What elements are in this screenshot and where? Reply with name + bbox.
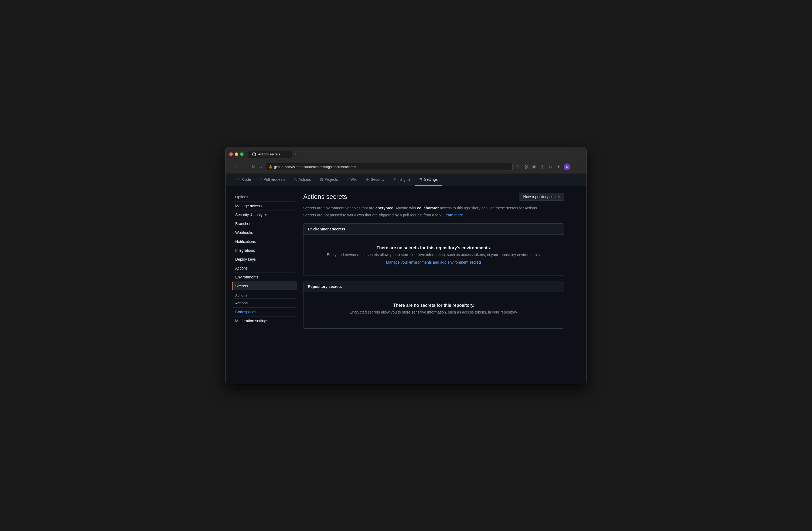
nav-label-insights: Insights bbox=[397, 177, 410, 182]
lock-icon: 🔒 bbox=[269, 165, 273, 169]
nav-item-code[interactable]: <> Code bbox=[232, 173, 256, 186]
browser-toolbar: ← → ↻ ⌂ 🔒 github.com/zxnnet/sduhealth/se… bbox=[229, 161, 583, 173]
screenshot-icon[interactable]: ▣ bbox=[532, 163, 537, 170]
environment-secrets-section: Environment secrets There are no secrets… bbox=[303, 224, 564, 275]
repository-secrets-section: Repository secrets There are no secrets … bbox=[303, 281, 564, 329]
repository-empty-title: There are no secrets for this repository… bbox=[309, 303, 559, 308]
repo-nav: <> Code ⑂ Pull requests ◎ Actions ▦ Proj… bbox=[226, 173, 586, 186]
description-line2: Secrets are not passed to workflows that… bbox=[303, 212, 564, 218]
minimize-window-button[interactable] bbox=[235, 153, 238, 156]
nav-label-code: Code bbox=[242, 177, 251, 182]
code-icon: <> bbox=[236, 177, 241, 181]
tab-close-button[interactable]: × bbox=[286, 153, 288, 156]
nav-item-security[interactable]: ⊙ Security bbox=[362, 173, 389, 186]
sidebar-item-integrations[interactable]: Integrations bbox=[232, 246, 297, 255]
nav-label-settings: Settings bbox=[424, 177, 438, 182]
new-tab-button[interactable]: + bbox=[293, 151, 299, 158]
actions-nav-icon: ◎ bbox=[294, 177, 297, 181]
nav-label-pull-requests: Pull requests bbox=[264, 177, 286, 182]
sidebar-item-branches[interactable]: Branches bbox=[232, 219, 297, 228]
sidebar-item-moderation-settings[interactable]: Moderation settings bbox=[232, 316, 297, 325]
collaborator-bold: collaborator bbox=[417, 206, 439, 210]
nav-item-settings[interactable]: ⚙ Settings bbox=[415, 173, 442, 186]
sidebar-item-webhooks[interactable]: Webhooks bbox=[232, 228, 297, 237]
address-url: github.com/zxnnet/sduhealth/settings/sec… bbox=[274, 165, 356, 169]
nav-item-projects[interactable]: ▦ Projects bbox=[315, 173, 343, 186]
settings-nav-icon: ⚙ bbox=[419, 177, 422, 181]
maximize-window-button[interactable] bbox=[240, 153, 244, 156]
environment-secrets-body: There are no secrets for this repository… bbox=[304, 235, 564, 275]
nav-label-projects: Projects bbox=[324, 177, 338, 182]
tab-title: Actions secrets bbox=[258, 153, 280, 156]
close-window-button[interactable] bbox=[229, 153, 233, 156]
menu-icon[interactable]: ⋮ bbox=[573, 163, 579, 170]
repository-empty-desc: Encrypted secrets allow you to store sen… bbox=[309, 310, 559, 314]
environment-empty-desc: Encrypted environment secrets allow you … bbox=[309, 253, 559, 257]
nav-label-wiki: Wiki bbox=[350, 177, 358, 182]
back-button[interactable]: ← bbox=[233, 163, 240, 170]
extensions-icon[interactable]: ✦ bbox=[556, 163, 561, 170]
repository-secrets-body: There are no secrets for this repository… bbox=[304, 292, 564, 328]
browser-window: Actions secrets × + ← → ↻ ⌂ 🔒 github.com… bbox=[225, 147, 587, 384]
bookmark-icon[interactable]: ☆ bbox=[515, 163, 520, 170]
description-line1: Secrets are environment variables that a… bbox=[303, 205, 564, 211]
main-content: Options Manage access Security & analysi… bbox=[226, 186, 571, 335]
refresh-button[interactable]: ↻ bbox=[250, 163, 256, 170]
traffic-lights bbox=[229, 153, 244, 156]
camera-icon[interactable]: ◫ bbox=[540, 163, 546, 170]
nav-item-pull-requests[interactable]: ⑂ Pull requests bbox=[256, 173, 290, 186]
environment-empty-title: There are no secrets for this repository… bbox=[309, 245, 559, 250]
pr-icon: ⑂ bbox=[260, 177, 262, 181]
address-bar[interactable]: 🔒 github.com/zxnnet/sduhealth/settings/s… bbox=[265, 163, 512, 171]
shield-icon[interactable]: ⊛ bbox=[548, 163, 553, 170]
sidebar-item-security-analysis[interactable]: Security & analysis bbox=[232, 210, 297, 219]
sidebar-item-environments[interactable]: Environments bbox=[232, 273, 297, 282]
settings-sidebar: Options Manage access Security & analysi… bbox=[232, 193, 297, 329]
sidebar-item-actions[interactable]: Actions bbox=[232, 263, 297, 273]
environment-secrets-header: Environment secrets bbox=[304, 224, 564, 235]
sidebar-item-options[interactable]: Options bbox=[232, 193, 297, 201]
wiki-icon: ≡ bbox=[347, 177, 349, 181]
active-tab[interactable]: Actions secrets × bbox=[248, 150, 292, 158]
nav-item-insights[interactable]: ↗ Insights bbox=[389, 173, 415, 186]
nav-label-actions: Actions bbox=[299, 177, 311, 182]
sidebar-sub-item-codespaces[interactable]: Codespaces bbox=[232, 307, 297, 316]
encrypted-bold: encrypted bbox=[376, 206, 394, 210]
browser-titlebar: Actions secrets × + ← → ↻ ⌂ 🔒 github.com… bbox=[226, 147, 586, 173]
content-area: Actions secrets New repository secret Se… bbox=[303, 193, 564, 329]
repository-secrets-header: Repository secrets bbox=[304, 281, 564, 292]
sidebar-item-secrets[interactable]: Secrets bbox=[232, 282, 297, 290]
forward-button[interactable]: → bbox=[242, 163, 248, 170]
insights-icon: ↗ bbox=[393, 177, 396, 181]
browser-top-bar: Actions secrets × + bbox=[229, 150, 583, 158]
learn-more-link[interactable]: Learn more bbox=[444, 213, 463, 217]
page-title: Actions secrets bbox=[303, 193, 347, 200]
nav-item-actions[interactable]: ◎ Actions bbox=[290, 173, 315, 186]
security-nav-icon: ⊙ bbox=[366, 177, 369, 181]
manage-environments-link[interactable]: Manage your environments and add environ… bbox=[386, 260, 481, 264]
sidebar-item-notifications[interactable]: Notifications bbox=[232, 237, 297, 246]
sidebar-sub-item-actions[interactable]: Actions bbox=[232, 298, 297, 307]
tab-favicon-icon bbox=[252, 153, 256, 156]
projects-icon: ▦ bbox=[320, 177, 323, 181]
home-button[interactable]: ⌂ bbox=[258, 163, 263, 170]
sidebar-group-secrets-label: Actions bbox=[232, 290, 297, 298]
new-repository-secret-button[interactable]: New repository secret bbox=[519, 193, 564, 201]
content-header: Actions secrets New repository secret bbox=[303, 193, 564, 201]
help-icon[interactable]: ⓪ bbox=[523, 163, 529, 171]
sidebar-item-manage-access[interactable]: Manage access bbox=[232, 201, 297, 210]
nav-label-security: Security bbox=[371, 177, 385, 182]
github-page: <> Code ⑂ Pull requests ◎ Actions ▦ Proj… bbox=[226, 173, 586, 384]
user-avatar[interactable]: U bbox=[564, 163, 570, 170]
tab-bar: Actions secrets × + bbox=[248, 150, 583, 158]
sidebar-item-deploy-keys[interactable]: Deploy keys bbox=[232, 255, 297, 263]
toolbar-actions: ☆ ⓪ ▣ ◫ ⊛ ✦ U ⋮ bbox=[515, 163, 579, 171]
nav-item-wiki[interactable]: ≡ Wiki bbox=[342, 173, 362, 186]
